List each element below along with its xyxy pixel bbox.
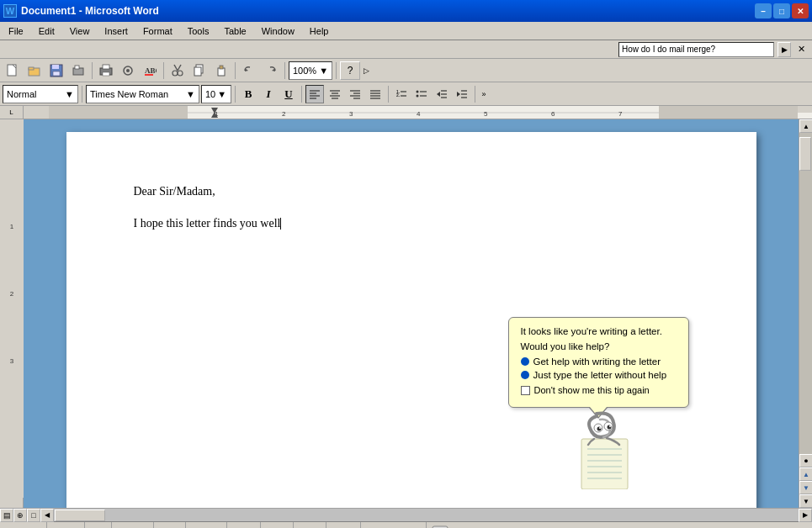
redo-button[interactable] bbox=[261, 61, 281, 80]
zoom-dropdown-icon[interactable]: ▼ bbox=[319, 66, 328, 76]
help-close-button[interactable]: ✕ bbox=[794, 44, 809, 55]
svg-text:4: 4 bbox=[417, 110, 421, 118]
align-center-button[interactable] bbox=[326, 85, 344, 103]
save-button[interactable] bbox=[46, 61, 66, 80]
font-size: 10 bbox=[205, 89, 215, 99]
minimize-button[interactable]: – bbox=[755, 3, 772, 18]
new-button[interactable] bbox=[3, 61, 23, 80]
zoom-control[interactable]: 100% ▼ bbox=[289, 61, 332, 80]
prev-page-button[interactable]: ▲ bbox=[799, 467, 812, 481]
paste-button[interactable] bbox=[211, 61, 231, 80]
app-icon: W bbox=[3, 4, 17, 18]
numbering-button[interactable]: 1.2. bbox=[392, 85, 411, 103]
italic-button[interactable]: I bbox=[259, 85, 278, 103]
svg-text:2.: 2. bbox=[396, 92, 401, 98]
print-view-button[interactable]: □ bbox=[27, 509, 40, 522]
spell-button[interactable]: ABC bbox=[140, 61, 160, 80]
fmt-sep-1 bbox=[82, 86, 82, 103]
document-area[interactable]: Dear Sir/Madam, I hope this letter finds… bbox=[24, 119, 799, 508]
preview-button[interactable] bbox=[118, 61, 138, 80]
scroll-right-button[interactable]: ▶ bbox=[799, 509, 812, 522]
toolbar-more-button[interactable]: » bbox=[479, 85, 489, 103]
status-ovr: OVR bbox=[326, 522, 361, 528]
menu-tools[interactable]: Tools bbox=[181, 24, 216, 38]
next-page-button[interactable]: ▼ bbox=[799, 481, 812, 494]
option1-label: Get help with writing the letter bbox=[533, 356, 661, 367]
print-button[interactable] bbox=[96, 61, 116, 80]
menu-table[interactable]: Table bbox=[217, 24, 252, 38]
styles-dropdown[interactable]: Normal ▼ bbox=[3, 85, 78, 103]
svg-rect-60 bbox=[659, 106, 798, 119]
status-ln: Ln 3 bbox=[154, 522, 186, 528]
svg-text:7: 7 bbox=[618, 110, 623, 118]
bold-button[interactable]: B bbox=[239, 85, 257, 103]
align-right-button[interactable] bbox=[346, 85, 364, 103]
status-spelling-icon[interactable]: abc ✓ bbox=[427, 525, 454, 529]
svg-text:6: 6 bbox=[551, 110, 555, 118]
svg-marker-24 bbox=[245, 68, 248, 71]
svg-rect-75 bbox=[581, 439, 628, 489]
option2-bullet bbox=[521, 371, 529, 379]
svg-point-87 bbox=[609, 425, 611, 427]
normal-view-button[interactable]: ▤ bbox=[0, 509, 13, 522]
ruler: L 1 2 3 4 5 6 7 bbox=[0, 106, 812, 119]
copy-button[interactable] bbox=[189, 61, 210, 80]
svg-rect-6 bbox=[53, 71, 60, 76]
scroll-up-button[interactable]: ▲ bbox=[799, 119, 812, 133]
font-dropdown[interactable]: Times New Roman ▼ bbox=[86, 85, 199, 103]
horizontal-scrollbar: ▤ ⊕ □ ◀ ▶ bbox=[0, 508, 812, 521]
menu-view[interactable]: View bbox=[63, 24, 97, 38]
svg-point-84 bbox=[597, 427, 602, 431]
scroll-down-button[interactable]: ▼ bbox=[799, 494, 812, 508]
title-bar: W Document1 - Microsoft Word – □ ✕ bbox=[0, 0, 812, 22]
document-content[interactable]: Dear Sir/Madam, I hope this letter finds… bbox=[134, 182, 689, 234]
doc-line-1: Dear Sir/Madam, bbox=[134, 182, 689, 201]
menu-edit[interactable]: Edit bbox=[32, 24, 61, 38]
web-view-button[interactable]: ⊕ bbox=[13, 509, 27, 522]
select-browse-object-button[interactable]: ● bbox=[799, 454, 812, 467]
toolbar-sep-3 bbox=[235, 62, 236, 79]
clippy-checkbox-option[interactable]: Don't show me this tip again bbox=[521, 385, 677, 395]
cut-button[interactable] bbox=[167, 61, 188, 80]
bullets-button[interactable] bbox=[412, 85, 431, 103]
fax-button[interactable] bbox=[68, 61, 88, 80]
decrease-indent-button[interactable] bbox=[433, 85, 451, 103]
toolbar-expand-icon[interactable]: ▷ bbox=[364, 66, 369, 75]
align-justify-button[interactable] bbox=[366, 85, 385, 103]
fmt-sep-4 bbox=[388, 86, 389, 103]
help-search-input[interactable] bbox=[618, 42, 774, 57]
open-button[interactable] bbox=[24, 61, 45, 80]
clippy-option1[interactable]: Get help with writing the letter bbox=[521, 356, 677, 367]
status-page-count: 1/1 bbox=[85, 522, 112, 528]
font-size-dropdown[interactable]: 10 ▼ bbox=[201, 85, 231, 103]
dont-show-checkbox[interactable] bbox=[521, 386, 530, 395]
scroll-left-button[interactable]: ◀ bbox=[40, 509, 54, 522]
close-button[interactable]: ✕ bbox=[792, 3, 809, 18]
zoom-value: 100% bbox=[293, 66, 316, 76]
help-button[interactable]: ? bbox=[340, 61, 360, 80]
option2-label: Just type the letter without help bbox=[533, 370, 667, 380]
main-area: 1 2 3 Dear Sir/Madam, I hope this letter… bbox=[0, 119, 812, 508]
status-sec: Sec 1 bbox=[47, 522, 85, 528]
menu-file[interactable]: File bbox=[2, 24, 30, 38]
status-lang: English (U.S bbox=[361, 522, 427, 528]
menu-format[interactable]: Format bbox=[136, 24, 179, 38]
svg-line-17 bbox=[178, 65, 181, 71]
increase-indent-button[interactable] bbox=[453, 85, 471, 103]
svg-text:3: 3 bbox=[10, 357, 14, 365]
scroll-thumb[interactable] bbox=[799, 137, 811, 171]
menu-window[interactable]: Window bbox=[255, 24, 301, 38]
underline-button[interactable]: U bbox=[279, 85, 298, 103]
maximize-button[interactable]: □ bbox=[773, 3, 790, 18]
horizontal-scroll-track bbox=[54, 509, 799, 521]
horizontal-scroll-thumb[interactable] bbox=[55, 510, 105, 521]
menu-help[interactable]: Help bbox=[303, 24, 336, 38]
svg-text:2: 2 bbox=[282, 110, 286, 118]
align-left-button[interactable] bbox=[305, 85, 324, 103]
formatting-toolbar: Normal ▼ Times New Roman ▼ 10 ▼ B I U 1.… bbox=[0, 82, 812, 106]
help-go-button[interactable]: ▶ bbox=[778, 42, 791, 57]
bubble-line2: Would you like help? bbox=[521, 341, 677, 351]
menu-insert[interactable]: Insert bbox=[98, 24, 135, 38]
undo-button[interactable] bbox=[239, 61, 259, 80]
clippy-option2[interactable]: Just type the letter without help bbox=[521, 370, 677, 380]
